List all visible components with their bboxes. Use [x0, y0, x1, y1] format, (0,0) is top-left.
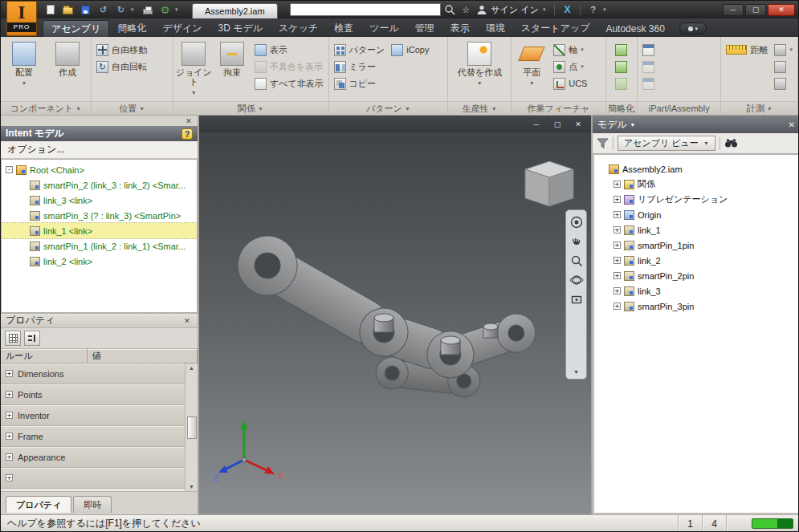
ribbon-tab[interactable]: 簡略化 [109, 20, 154, 37]
browser-header[interactable]: モデル ▾ ✕ [593, 116, 799, 133]
ribbon-tab[interactable]: ツール [361, 20, 407, 37]
browser-tree-item[interactable]: + link_3 [594, 283, 798, 298]
favorites-star-icon[interactable]: ☆ [459, 3, 474, 17]
browser-close-icon[interactable]: ✕ [789, 120, 795, 129]
expander-icon[interactable]: + [614, 181, 621, 188]
create-iassembly-button[interactable] [640, 43, 657, 57]
scroll-up-icon[interactable]: ▲ [189, 365, 194, 371]
minimize-button[interactable]: ─ [723, 4, 744, 16]
expander-icon[interactable]: + [6, 370, 13, 377]
sort-az-button[interactable] [24, 331, 40, 346]
intent-tree-item[interactable]: - Root <Chain> [2, 162, 197, 177]
browser-dropdown-icon[interactable]: ▾ [631, 121, 634, 128]
browser-tree-item[interactable]: + リプレゼンテーション [594, 192, 798, 207]
redo-button[interactable]: ↻ [113, 3, 128, 17]
browser-tree-item[interactable]: + smartPin_1pin [594, 238, 798, 253]
search-icon[interactable] [443, 3, 456, 16]
expander-icon[interactable]: + [614, 226, 621, 234]
pattern-button[interactable]: パターン [332, 43, 388, 57]
ribbon-tab[interactable]: 3D モデル [210, 20, 271, 37]
simplify-substitute-button[interactable] [613, 59, 630, 74]
property-category-row[interactable]: + Dimensions [1, 363, 185, 384]
print-button[interactable] [140, 3, 155, 17]
edit-factory-scope-button[interactable] [640, 59, 657, 74]
distance-button[interactable]: 距離 [724, 43, 770, 57]
panel-label-pattern[interactable]: パターン ▼ [329, 101, 448, 115]
scrollbar-thumb[interactable] [187, 416, 197, 439]
axis-button[interactable]: 軸 ▾ [551, 43, 589, 57]
copy-button[interactable]: コピー [332, 76, 388, 91]
browser-tree-item[interactable]: + smartPin_2pin [594, 268, 798, 283]
tab-immediate[interactable]: 即時 [73, 496, 112, 513]
qat-dropdown-icon[interactable]: ▾ [175, 6, 181, 13]
expander-icon[interactable]: + [614, 242, 621, 249]
undo-button[interactable]: ↺ [96, 3, 111, 17]
orbit-icon[interactable] [568, 271, 585, 288]
help-dropdown-icon[interactable]: ▾ [603, 6, 609, 13]
browser-tree-item[interactable]: Assembly2.iam [594, 161, 798, 177]
ribbon-tab[interactable]: Autodesk 360 [597, 20, 672, 37]
expander-icon[interactable]: + [614, 303, 621, 310]
filter-icon[interactable] [597, 138, 609, 149]
property-category-row[interactable]: + [1, 468, 185, 489]
view-cube[interactable] [520, 156, 578, 214]
expander-icon[interactable]: + [614, 272, 621, 279]
browser-tree-item[interactable]: + link_1 [594, 222, 798, 238]
edit-member-scope-button[interactable] [640, 76, 657, 91]
ucs-button[interactable]: UCS [551, 76, 589, 91]
sign-in-button[interactable]: サイン イン [490, 4, 540, 16]
intent-tree-item[interactable]: link_2 <link> [2, 254, 197, 269]
share-record-button[interactable]: ▾ [679, 22, 707, 35]
column-value[interactable]: 値 [88, 349, 198, 363]
ribbon-tab[interactable]: 環境 [478, 20, 513, 37]
mirror-button[interactable]: ミラー [332, 59, 388, 74]
expander-icon[interactable]: + [614, 211, 621, 218]
create-substitutes-button[interactable]: 代替を作成 ▼ [454, 39, 505, 101]
categorized-view-button[interactable] [5, 331, 21, 346]
create-component-button[interactable]: 作成 [47, 39, 88, 101]
doc-restore-icon[interactable]: ▢ [551, 120, 564, 128]
search-binoculars-icon[interactable] [724, 138, 738, 148]
column-rule[interactable]: ルール [1, 349, 88, 363]
panel-label-component[interactable]: コンポーネント ▼ [1, 101, 91, 115]
update-button[interactable]: ⚙ [157, 3, 173, 17]
panel-label-productivity[interactable]: 生産性 ▼ [448, 101, 511, 115]
navbar-more-icon[interactable]: ▾ [574, 368, 577, 376]
look-at-icon[interactable] [568, 290, 585, 307]
free-move-button[interactable]: 自由移動 [94, 43, 149, 57]
intent-help-icon[interactable]: ? [181, 128, 193, 140]
browser-tree-item[interactable]: + smartPin_3pin [594, 298, 798, 314]
panel-label-work-features[interactable]: 作業フィーチャ [512, 101, 605, 115]
expander-icon[interactable]: + [6, 391, 13, 398]
ribbon-tab[interactable]: スタートアップ [513, 20, 598, 37]
ribbon-tab[interactable]: 管理 [407, 20, 442, 37]
intent-options-row[interactable]: オプション... [1, 141, 198, 159]
help-button[interactable]: ? [585, 3, 601, 17]
simplify-include-button[interactable] [613, 76, 630, 91]
document-tab[interactable]: Assembly2.iam [192, 3, 278, 18]
browser-tree-item[interactable]: + 関係 [594, 177, 798, 192]
panel-label-relationships[interactable]: 関係 ▼ [173, 101, 328, 115]
ribbon-tab[interactable]: 検査 [326, 20, 361, 37]
intent-tree-item[interactable]: smartPin_2 (link_3 : link_2) <Smar... [2, 177, 197, 193]
intent-tree-item[interactable]: link_3 <link> [2, 193, 197, 208]
maximize-button[interactable]: ▢ [745, 4, 766, 16]
place-component-button[interactable]: 配置 ▼ [3, 39, 45, 101]
expander-icon[interactable]: + [614, 287, 621, 294]
intent-panel-header[interactable]: Intent モデル ? [1, 126, 198, 141]
expander-icon[interactable]: + [6, 453, 13, 461]
intent-tree-item[interactable]: smartPin_3 (? : link_3) <SmartPin> [2, 208, 197, 223]
show-sick-button[interactable]: 不具合を表示 [252, 59, 326, 74]
save-button[interactable] [78, 3, 93, 17]
intent-close-icon[interactable]: ✕ [183, 117, 194, 125]
expander-icon[interactable]: + [6, 474, 13, 481]
ribbon-tab[interactable]: アセンブリ [43, 20, 109, 37]
pan-hand-icon[interactable] [568, 233, 585, 250]
navigation-wheel-icon[interactable] [568, 213, 585, 230]
scroll-down-icon[interactable]: ▼ [189, 484, 194, 489]
ribbon-tab[interactable]: デザイン [154, 20, 210, 37]
graphics-viewport[interactable]: ─ ▢ ✕ [199, 116, 591, 514]
redo-dropdown-icon[interactable]: ▾ [131, 6, 137, 13]
icopy-button[interactable]: iCopy [389, 43, 431, 57]
constrain-button[interactable]: 拘束 [214, 39, 251, 101]
